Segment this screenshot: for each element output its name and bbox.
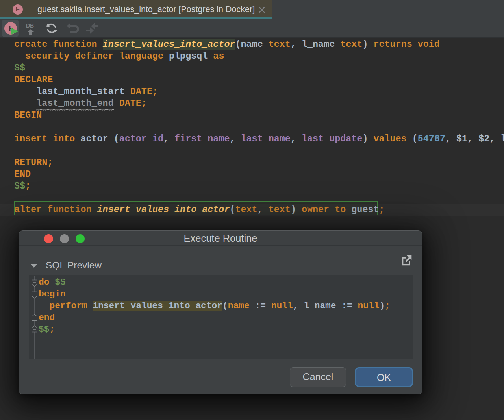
svg-text:DB: DB: [26, 22, 34, 29]
